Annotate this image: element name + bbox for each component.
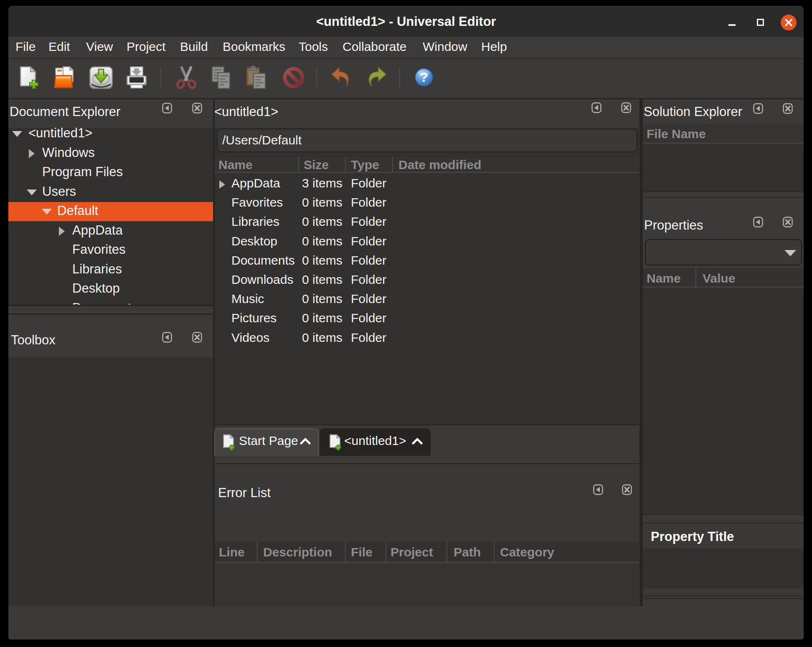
svg-text:?: ?	[420, 70, 428, 85]
